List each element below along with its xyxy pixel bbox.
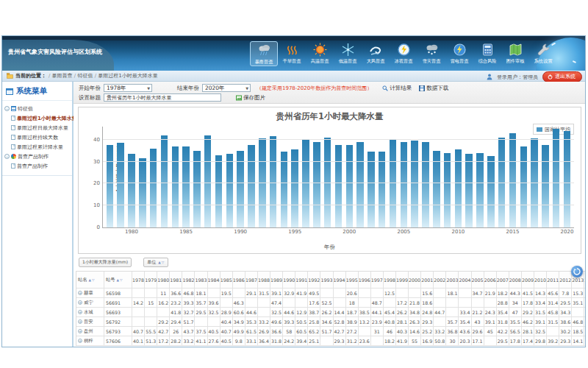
end-year-select[interactable]: 2020年▼ bbox=[202, 84, 251, 92]
breadcrumb-item[interactable]: 暴雨过程1小时最大降水量 bbox=[98, 73, 157, 79]
station-name-cell[interactable]: +桐梓 bbox=[76, 336, 104, 346]
col-header-year[interactable]: 1990 bbox=[283, 272, 295, 289]
bar-1999[interactable] bbox=[335, 145, 342, 227]
bar-1996[interactable] bbox=[302, 140, 309, 227]
bar-1986[interactable] bbox=[193, 151, 200, 227]
nav-item-cold[interactable]: 低温普查 bbox=[334, 41, 362, 66]
expand-icon[interactable]: + bbox=[78, 300, 82, 305]
bar-1997[interactable] bbox=[313, 142, 320, 227]
calculate-button[interactable]: 计算结果 bbox=[382, 85, 412, 92]
col-header-year[interactable]: 1980 bbox=[157, 272, 170, 289]
bar-2006[interactable] bbox=[411, 141, 417, 227]
col-header-year[interactable]: 1983 bbox=[195, 272, 207, 289]
nav-item-drought[interactable]: 干旱普查 bbox=[278, 41, 306, 66]
bar-1991[interactable] bbox=[248, 145, 254, 227]
station-name-cell[interactable]: +盘州 bbox=[76, 327, 104, 336]
col-header-year[interactable]: 2005 bbox=[472, 272, 484, 289]
bar-2008[interactable] bbox=[433, 151, 440, 227]
col-header-year[interactable]: 1982 bbox=[182, 272, 195, 289]
chart-title-input[interactable]: 贵州省历年1小时最大降水量 bbox=[104, 93, 221, 102]
col-header-year[interactable]: 1997 bbox=[371, 272, 384, 289]
expand-icon[interactable]: + bbox=[78, 329, 82, 333]
bar-2011[interactable] bbox=[465, 154, 472, 227]
station-name-cell[interactable]: +威宁 bbox=[76, 298, 104, 308]
nav-item-map-review[interactable]: 图件审核 bbox=[501, 41, 529, 66]
bar-2001[interactable] bbox=[356, 142, 363, 227]
sidebar-group-features[interactable]: -特征值 bbox=[4, 104, 71, 113]
nav-item-rainstorm[interactable]: 暴雨普查 bbox=[250, 41, 278, 66]
bar-2007[interactable] bbox=[422, 142, 429, 227]
pivot-field-unit[interactable]: 单位▲▽ bbox=[143, 258, 168, 267]
col-header-year[interactable]: 1978 bbox=[132, 272, 145, 289]
nav-item-composite-risk[interactable]: 综合风险 bbox=[473, 41, 501, 66]
nav-item-snow[interactable]: 雪灾普查 bbox=[417, 41, 445, 66]
breadcrumb-item[interactable]: 暴雨普查 bbox=[52, 73, 73, 79]
nav-item-wind[interactable]: 大风普查 bbox=[362, 41, 390, 66]
col-header-year[interactable]: 2004 bbox=[459, 272, 471, 289]
col-header-year[interactable]: 2014 bbox=[584, 272, 585, 289]
bar-2004[interactable] bbox=[390, 140, 396, 227]
col-header-year[interactable]: 1981 bbox=[170, 272, 182, 289]
sort-icons[interactable]: ▲▽ bbox=[117, 278, 123, 282]
col-header-year[interactable]: 1998 bbox=[384, 272, 396, 289]
collapse-icon[interactable]: - bbox=[4, 154, 10, 159]
bar-1990[interactable] bbox=[237, 151, 243, 227]
start-year-select[interactable]: 1978年▼ bbox=[104, 84, 152, 92]
bar-2003[interactable] bbox=[379, 152, 385, 227]
col-header-year[interactable]: 1994 bbox=[334, 272, 346, 289]
bar-2005[interactable] bbox=[401, 142, 407, 227]
sidebar-group-products[interactable]: -普查产品制作 bbox=[4, 152, 71, 161]
breadcrumb-item[interactable]: 特征值 bbox=[77, 73, 93, 79]
col-header-year[interactable]: 1991 bbox=[295, 272, 308, 289]
bar-1983[interactable] bbox=[161, 135, 168, 227]
expand-icon[interactable]: + bbox=[78, 319, 82, 324]
bar-2019[interactable] bbox=[553, 129, 559, 227]
col-header-year[interactable]: 2003 bbox=[446, 272, 459, 289]
col-header-year[interactable]: 2006 bbox=[484, 272, 497, 289]
col-header-year[interactable]: 1993 bbox=[320, 272, 333, 289]
sidebar-item[interactable]: 暴雨过程1小时最大降水量 bbox=[4, 113, 71, 123]
col-header-year[interactable]: 2008 bbox=[509, 272, 522, 289]
bar-2016[interactable] bbox=[520, 146, 527, 227]
bar-2009[interactable] bbox=[444, 153, 451, 227]
col-header-year[interactable]: 1989 bbox=[270, 272, 283, 289]
col-header-year[interactable]: 2011 bbox=[547, 272, 559, 289]
col-header-year[interactable]: 2001 bbox=[421, 272, 434, 289]
nav-item-heat[interactable]: 高温普查 bbox=[306, 41, 334, 66]
sidebar-item[interactable]: 暴雨过程累计降水量 bbox=[4, 142, 71, 152]
bar-1993[interactable] bbox=[270, 136, 276, 227]
expand-icon[interactable]: + bbox=[78, 339, 82, 343]
save-image-button[interactable]: 保存图片 bbox=[236, 94, 265, 102]
nav-item-settings[interactable]: 系统设置 bbox=[529, 41, 557, 66]
col-header-year[interactable]: 2000 bbox=[409, 272, 421, 289]
pivot-field-measure[interactable]: 1小时最大降水量(mm) bbox=[79, 258, 132, 267]
sidebar-item[interactable]: 暴雨过程日最大降水量 bbox=[4, 123, 71, 132]
col-header-year[interactable]: 1987 bbox=[245, 272, 258, 289]
bar-2020[interactable] bbox=[564, 131, 570, 227]
bar-1994[interactable] bbox=[281, 152, 287, 227]
nav-item-hail[interactable]: 冰雹普查 bbox=[390, 41, 417, 66]
sidebar-item[interactable]: 普查产品制作 bbox=[4, 161, 71, 171]
data-download-button[interactable]: 数据下载 bbox=[419, 85, 448, 92]
col-header-year[interactable]: 1988 bbox=[258, 272, 270, 289]
bar-2015[interactable] bbox=[509, 133, 516, 227]
bar-1989[interactable] bbox=[226, 154, 233, 227]
bar-2002[interactable] bbox=[368, 152, 374, 227]
station-name-cell[interactable]: +赫章 bbox=[76, 289, 104, 298]
col-header-year[interactable]: 1995 bbox=[346, 272, 359, 289]
col-header-year[interactable]: 2007 bbox=[497, 272, 509, 289]
bar-1981[interactable] bbox=[139, 158, 146, 227]
col-header-year[interactable]: 2010 bbox=[534, 272, 547, 289]
expand-icon[interactable]: + bbox=[78, 291, 82, 295]
sort-icons[interactable]: ▲▽ bbox=[89, 278, 96, 282]
col-header-year[interactable]: 1984 bbox=[208, 272, 220, 289]
loading-indicator[interactable] bbox=[571, 266, 583, 277]
logout-button[interactable]: 退出系统 bbox=[542, 71, 582, 82]
col-header-year[interactable]: 2009 bbox=[522, 272, 534, 289]
bar-2013[interactable] bbox=[487, 156, 494, 227]
col-header-year[interactable]: 1979 bbox=[145, 272, 157, 289]
col-header-station-id[interactable]: 站号▲▽ bbox=[104, 272, 132, 289]
bar-1980[interactable] bbox=[128, 154, 135, 227]
col-header-year[interactable]: 1996 bbox=[359, 272, 371, 289]
bar-2012[interactable] bbox=[476, 153, 483, 227]
